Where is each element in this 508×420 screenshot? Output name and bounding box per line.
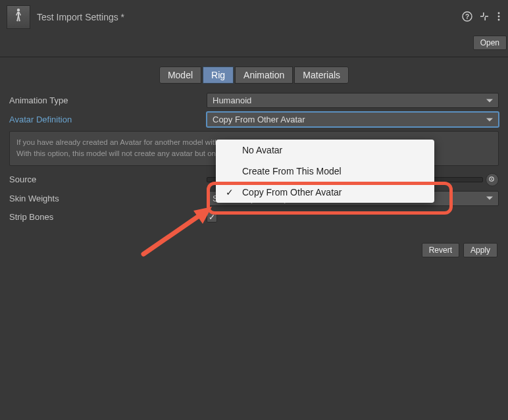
popup-item-copy-from-other[interactable]: ✓ Copy From Other Avatar xyxy=(216,182,434,203)
svg-point-3 xyxy=(498,15,500,17)
svg-point-4 xyxy=(498,18,500,20)
svg-point-2 xyxy=(498,12,500,14)
avatar-definition-label: Avatar Definition xyxy=(9,115,207,124)
presets-icon[interactable] xyxy=(479,11,490,24)
svg-text:?: ? xyxy=(465,13,469,20)
import-tabs: Model Rig Animation Materials xyxy=(0,66,508,84)
page-title: Test Import Settings * xyxy=(37,12,455,22)
divider xyxy=(0,57,508,57)
tab-animation[interactable]: Animation xyxy=(235,66,293,84)
avatar-definition-popup: No Avatar Create From This Model ✓ Copy … xyxy=(216,140,434,203)
source-label: Source xyxy=(9,174,207,184)
tab-materials[interactable]: Materials xyxy=(294,66,349,84)
revert-button[interactable]: Revert xyxy=(422,243,459,257)
popup-item-no-avatar[interactable]: No Avatar xyxy=(216,140,434,161)
object-picker-icon[interactable] xyxy=(486,173,499,186)
avatar-definition-dropdown[interactable]: Copy From Other Avatar xyxy=(207,112,499,127)
animation-type-dropdown[interactable]: Humanoid xyxy=(207,93,499,108)
strip-bones-label: Strip Bones xyxy=(9,212,207,222)
skin-weights-label: Skin Weights xyxy=(9,194,207,203)
strip-bones-checkbox[interactable]: ✓ xyxy=(207,212,217,223)
svg-point-6 xyxy=(491,178,492,180)
animation-type-label: Animation Type xyxy=(9,95,207,105)
checkmark-icon: ✓ xyxy=(224,187,236,197)
inspector-header: Test Import Settings * ? xyxy=(0,0,508,33)
popup-item-label: Copy From Other Avatar xyxy=(242,187,342,197)
help-icon[interactable]: ? xyxy=(462,11,472,24)
tab-rig[interactable]: Rig xyxy=(203,66,234,84)
asset-thumbnail xyxy=(7,5,30,29)
tab-model[interactable]: Model xyxy=(159,66,201,84)
apply-button[interactable]: Apply xyxy=(463,243,497,257)
popup-item-create-from-model[interactable]: Create From This Model xyxy=(216,161,434,182)
open-button[interactable]: Open xyxy=(473,36,507,50)
context-menu-icon[interactable] xyxy=(496,11,501,24)
popup-item-label: Create From This Model xyxy=(242,166,342,176)
popup-item-label: No Avatar xyxy=(242,145,282,155)
